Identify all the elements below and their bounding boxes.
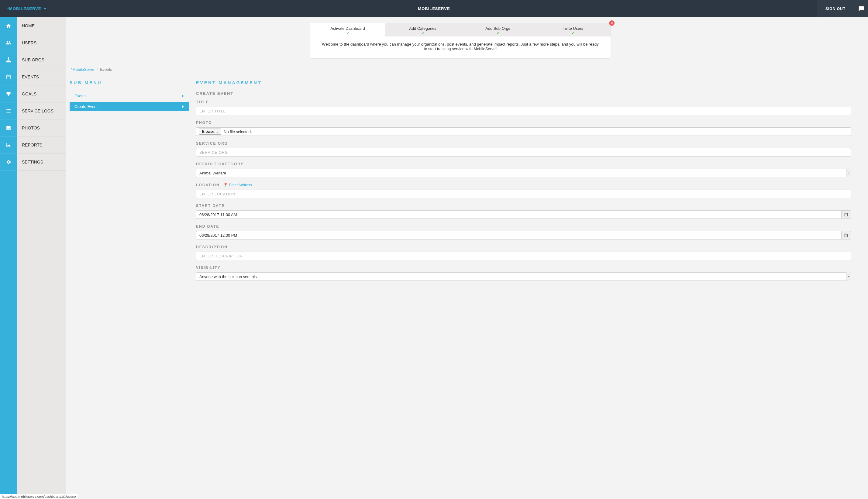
end-date-label: END DATE [196,224,851,229]
submenu-item-label: Create Event [74,104,98,109]
form-area: EVENT MANAGEMENT CREATE EVENT TITLE PHOT… [196,80,851,286]
setup-tab-suborgs[interactable]: Add Sub Orgs ✔ [461,23,536,36]
title-label: TITLE [196,100,851,104]
users-icon [6,40,11,46]
sidebar-item-label: SUB ORGS [22,58,44,62]
service-org-input[interactable] [196,148,851,157]
icon-rail [0,17,17,499]
start-date-input[interactable] [196,210,841,219]
header: *MOBILESERVE MOBILESERVE SIGN OUT [0,0,868,17]
setup-tab-activate[interactable]: Activate Dashboard ✔ [310,23,386,36]
visibility-select[interactable]: Anyone with the link can see this [196,272,851,281]
start-date-picker-button[interactable] [841,210,851,219]
submenu-item-label: Events [74,94,87,98]
default-category-select[interactable]: Animal Welfare [196,169,851,177]
setup-tab-categories[interactable]: Add Categories ✔ [386,23,461,36]
photo-label: PHOTO [196,121,851,125]
submenu-item-create-event[interactable]: Create Event [70,102,189,111]
sidebar-item-photos[interactable]: PHOTOS [17,119,66,136]
iconrail-suborgs[interactable] [0,51,17,69]
map-pin-icon: 📍 [223,183,228,187]
sidebar-item-label: USERS [22,40,36,45]
sidebar-item-settings[interactable]: SETTINGS [17,154,66,170]
end-date-input[interactable] [196,231,841,240]
sidebar-item-goals[interactable]: GOALS [17,85,66,102]
visibility-label: VISIBILITY [196,266,851,270]
chart-icon [6,142,11,148]
setup-tab-label: Add Categories [386,26,461,31]
setup-body-text: Welcome to the dashboard where you can m… [310,36,611,58]
photo-file-row: Browse… No file selected. [196,127,851,136]
submenu: SUB MENU Events Create Event [70,80,189,286]
calendar-icon [844,233,848,238]
sign-out-button[interactable]: SIGN OUT [817,0,854,17]
chevron-right-icon [182,106,184,108]
list-icon [6,108,11,114]
sidebar-item-home[interactable]: HOME [17,17,66,34]
sidebar-item-events[interactable]: EVENTS [17,69,66,85]
org-dropdown-label: *MOBILESERVE [7,7,41,11]
sidebar-item-label: SETTINGS [22,160,43,165]
default-category-label: DEFAULT CATEGORY [196,162,851,166]
form-subtitle: CREATE EVENT [196,91,851,96]
description-input[interactable] [196,252,851,260]
sidebar-item-label: GOALS [22,92,36,96]
form-heading: EVENT MANAGEMENT [196,80,851,85]
sidebar-item-label: HOME [22,23,35,28]
enter-address-link[interactable]: 📍 Enter Address [223,183,252,187]
browse-button[interactable]: Browse… [199,129,221,135]
sidebar-item-servicelogs[interactable]: SERVICE LOGS [17,102,66,119]
iconrail-users[interactable] [0,34,17,51]
close-setup-button[interactable]: ✕ [609,20,614,26]
sidebar-item-label: REPORTS [22,143,42,147]
sidebar-item-label: SERVICE LOGS [22,109,53,113]
iconrail-reports[interactable] [0,136,17,154]
trophy-icon [6,91,11,97]
sidebar-item-suborgs[interactable]: SUB ORGS [17,51,66,69]
home-icon [6,23,11,28]
sidebar-item-users[interactable]: USERS [17,34,66,51]
iconrail-settings[interactable] [0,154,17,170]
breadcrumb-sep: / [97,67,98,72]
setup-card: ✕ Activate Dashboard ✔ Add Categories ✔ … [310,23,611,59]
image-icon [6,125,11,131]
breadcrumb: *MobileServe / Events [71,67,851,72]
iconrail-goals[interactable] [0,85,17,102]
setup-tab-invite[interactable]: Invite Users ✔ [536,23,611,36]
iconrail-events[interactable] [0,69,17,85]
sidebar: HOME USERS SUB ORGS EVENTS GOALS SERVICE… [17,17,66,499]
description-label: DESCRIPTION [196,245,851,249]
sitemap-icon [6,57,11,63]
chevron-right-icon [182,95,184,97]
breadcrumb-current: Events [100,67,112,72]
check-icon: ✔ [386,31,461,35]
chat-button[interactable] [854,0,868,17]
sidebar-item-label: EVENTS [22,74,39,79]
chat-icon [858,6,864,12]
title-input[interactable] [196,107,851,115]
check-icon: ✔ [536,31,611,35]
submenu-item-events[interactable]: Events [70,91,189,101]
setup-tab-label: Invite Users [536,26,611,31]
submenu-heading: SUB MENU [70,80,189,85]
org-dropdown[interactable]: *MOBILESERVE [7,7,47,11]
calendar-icon [844,212,848,217]
gear-icon [6,159,11,165]
close-icon: ✕ [611,22,613,25]
service-org-label: SERVICE ORG [196,141,851,146]
start-date-label: START DATE [196,204,851,208]
app-title: MOBILESERVE [418,7,450,11]
end-date-picker-button[interactable] [841,231,851,240]
sidebar-item-reports[interactable]: REPORTS [17,136,66,154]
svg-rect-0 [8,58,9,58]
iconrail-home[interactable] [0,17,17,34]
caret-down-icon [44,8,47,9]
iconrail-servicelogs[interactable] [0,102,17,119]
iconrail-photos[interactable] [0,119,17,136]
sidebar-item-label: PHOTOS [22,125,40,130]
location-input[interactable] [196,190,851,198]
breadcrumb-root[interactable]: *MobileServe [71,67,94,72]
content-area: ✕ Activate Dashboard ✔ Add Categories ✔ … [66,17,868,499]
check-icon: ✔ [310,31,386,35]
svg-rect-2 [8,61,9,62]
